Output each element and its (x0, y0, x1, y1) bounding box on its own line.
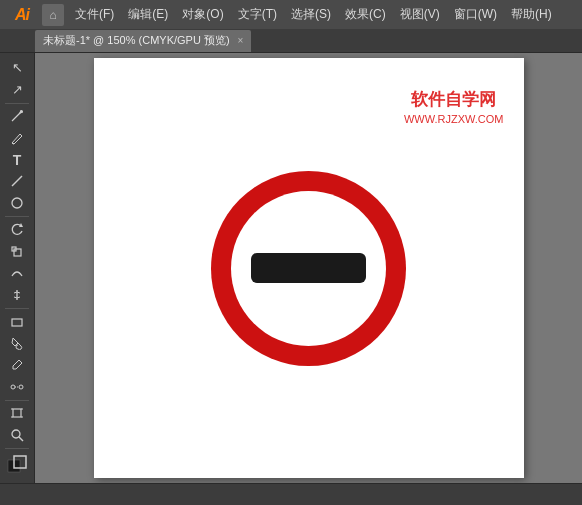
paintbucket-tool-btn[interactable] (2, 333, 32, 355)
left-toolbar: ↖ ↗ T (0, 53, 35, 483)
home-button[interactable]: ⌂ (42, 4, 64, 26)
watermark: 软件自学网 WWW.RJZXW.COM (404, 88, 504, 127)
title-bar: Ai ⌂ 文件(F)编辑(E)对象(O)文字(T)选择(S)效果(C)视图(V)… (0, 0, 582, 29)
ai-logo: Ai (6, 0, 38, 29)
tab-bar: 未标题-1* @ 150% (CMYK/GPU 预览) × (0, 29, 582, 53)
menu-item-e[interactable]: 编辑(E) (121, 2, 175, 27)
svg-point-9 (19, 385, 23, 389)
menu-item-f[interactable]: 文件(F) (68, 2, 121, 27)
svg-point-2 (12, 198, 22, 208)
sign-horizontal-bar (251, 253, 366, 283)
svg-rect-4 (14, 249, 21, 256)
svg-line-17 (19, 437, 23, 441)
width-tool-btn[interactable] (2, 284, 32, 306)
status-bar (0, 483, 582, 505)
svg-line-1 (12, 176, 22, 186)
artboard: 软件自学网 WWW.RJZXW.COM (94, 58, 524, 478)
menu-item-h[interactable]: 帮助(H) (504, 2, 559, 27)
tool-divider-4 (5, 400, 29, 401)
no-entry-sign (211, 171, 406, 366)
selection-tool-btn[interactable]: ↖ (2, 57, 32, 79)
sign-circle-outer (211, 171, 406, 366)
main-area: ↖ ↗ T (0, 53, 582, 483)
menu-item-w[interactable]: 窗口(W) (447, 2, 504, 27)
svg-point-8 (11, 385, 15, 389)
type-tool-btn[interactable]: T (2, 149, 32, 171)
tool-divider-2 (5, 216, 29, 217)
tool-divider-1 (5, 103, 29, 104)
document-tab[interactable]: 未标题-1* @ 150% (CMYK/GPU 预览) × (35, 30, 251, 52)
tab-label: 未标题-1* @ 150% (CMYK/GPU 预览) (43, 33, 230, 48)
svg-rect-7 (12, 319, 22, 326)
tab-close-button[interactable]: × (238, 35, 244, 46)
blend-tool-btn[interactable] (2, 376, 32, 398)
direct-selection-tool-btn[interactable]: ↗ (2, 79, 32, 101)
menu-item-v[interactable]: 视图(V) (393, 2, 447, 27)
menu-item-o[interactable]: 对象(O) (175, 2, 230, 27)
watermark-line1: 软件自学网 (404, 88, 504, 112)
fill-color-btn[interactable] (2, 451, 32, 479)
warp-tool-btn[interactable] (2, 262, 32, 284)
eyedropper-tool-btn[interactable] (2, 354, 32, 376)
scale-tool-btn[interactable] (2, 241, 32, 263)
svg-point-16 (12, 430, 20, 438)
watermark-line2: WWW.RJZXW.COM (404, 112, 504, 127)
pen-tool-btn[interactable] (2, 105, 32, 127)
zoom-tool-btn[interactable] (2, 424, 32, 446)
rotate-tool-btn[interactable] (2, 219, 32, 241)
artboard-tool-btn[interactable] (2, 403, 32, 425)
rectangle-tool-btn[interactable] (2, 311, 32, 333)
svg-rect-11 (13, 409, 21, 417)
canvas-area[interactable]: 软件自学网 WWW.RJZXW.COM (35, 53, 582, 483)
sign-circle-inner (231, 191, 386, 346)
menu-bar: 文件(F)编辑(E)对象(O)文字(T)选择(S)效果(C)视图(V)窗口(W)… (68, 2, 559, 27)
tool-divider-3 (5, 308, 29, 309)
pencil-tool-btn[interactable] (2, 127, 32, 149)
svg-point-0 (20, 110, 23, 113)
menu-item-s[interactable]: 选择(S) (284, 2, 338, 27)
ellipse-tool-btn[interactable] (2, 192, 32, 214)
tool-divider-5 (5, 448, 29, 449)
menu-item-c[interactable]: 效果(C) (338, 2, 393, 27)
menu-item-t[interactable]: 文字(T) (231, 2, 284, 27)
line-tool-btn[interactable] (2, 171, 32, 193)
